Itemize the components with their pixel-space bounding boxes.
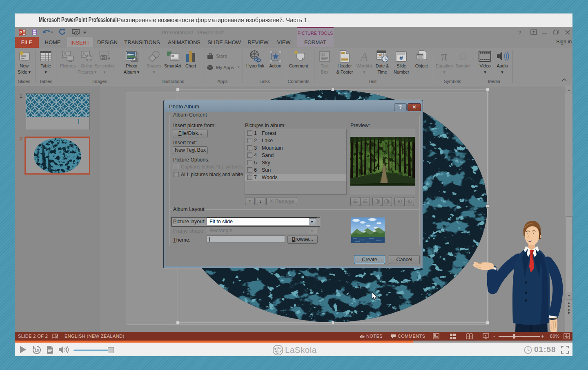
svg-text:π: π (441, 51, 448, 62)
svg-text:P: P (19, 30, 22, 35)
svg-text:A: A (321, 53, 324, 57)
svg-text:#: # (399, 54, 403, 61)
svg-text:?: ? (518, 29, 521, 35)
svg-text:10: 10 (35, 348, 39, 352)
svg-text:Ω: Ω (459, 51, 467, 62)
svg-text:A: A (360, 51, 368, 62)
